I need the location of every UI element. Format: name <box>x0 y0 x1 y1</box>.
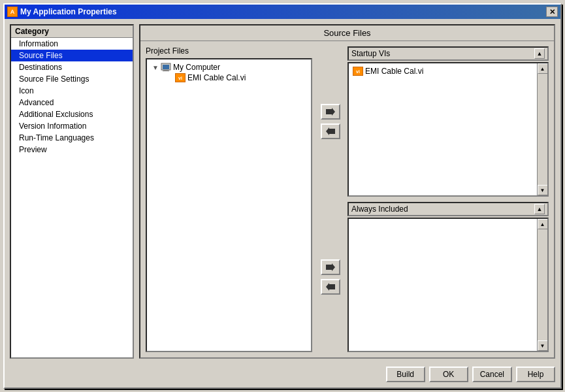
build-button[interactable]: Build <box>386 367 425 382</box>
window-title: My Application Properties <box>20 7 546 16</box>
project-files-section: Project Files ▼ <box>146 46 312 352</box>
move-right-startup-button[interactable] <box>321 104 340 120</box>
spacer <box>317 197 549 202</box>
startup-scroll-down-btn[interactable]: ▼ <box>538 185 548 195</box>
sidebar-item-destinations[interactable]: Destinations <box>11 61 133 73</box>
svg-rect-2 <box>164 70 168 71</box>
computer-icon <box>161 63 171 72</box>
help-button[interactable]: Help <box>516 367 555 382</box>
tree-item-computer[interactable]: ▼ My Computer <box>150 62 308 73</box>
main-content: Category Information Source Files Destin… <box>10 24 555 359</box>
footer: Build OK Cancel Help <box>10 364 555 382</box>
sidebar-item-source-files[interactable]: Source Files <box>11 50 133 61</box>
startup-vi-item[interactable]: vi EMI Cable Cal.vi <box>351 66 534 76</box>
sidebar-item-information[interactable]: Information <box>11 38 133 50</box>
title-bar: A My Application Properties ✕ <box>5 5 560 19</box>
always-included-list[interactable]: ▲ ▼ <box>347 218 549 352</box>
svg-marker-6 <box>326 263 335 271</box>
tree-child: ▶ vi EMI Cable Cal.vi <box>164 73 308 83</box>
window-body: Category Information Source Files Destin… <box>5 19 560 387</box>
sidebar-item-run-time-languages[interactable]: Run-Time Languages <box>11 132 133 144</box>
project-files-label: Project Files <box>146 46 312 56</box>
main-window: A My Application Properties ✕ Category I… <box>3 3 562 389</box>
computer-label: My Computer <box>173 63 220 72</box>
category-panel: Category Information Source Files Destin… <box>10 24 134 359</box>
category-header: Category <box>11 25 133 38</box>
vi-file-icon: vi <box>175 73 186 82</box>
right-panel: Source Files Project Files ▼ <box>139 24 555 359</box>
vi-file-label: EMI Cable Cal.vi <box>187 73 246 82</box>
startup-scrollbar[interactable]: ▲ ▼ <box>537 63 547 195</box>
startup-scroll-up-button[interactable]: ▲ <box>534 48 545 59</box>
always-scroll-up-button[interactable]: ▲ <box>534 204 545 214</box>
app-icon: A <box>7 7 18 17</box>
sidebar-item-advanced[interactable]: Advanced <box>11 97 133 108</box>
always-arrows <box>317 202 344 352</box>
startup-vis-header: Startup VIs ▲ <box>347 46 549 61</box>
top-section-row: Startup VIs ▲ vi EMI Cable Cal.vi <box>317 46 549 197</box>
startup-scroll-up-btn[interactable]: ▲ <box>538 63 548 74</box>
right-panel-header: Source Files <box>140 25 554 41</box>
sidebar-item-icon[interactable]: Icon <box>11 85 133 97</box>
startup-vis-list[interactable]: vi EMI Cable Cal.vi ▲ ▼ <box>347 62 549 197</box>
sidebar-item-additional-exclusions[interactable]: Additional Exclusions <box>11 108 133 120</box>
tree-expand-icon[interactable]: ▼ <box>151 63 160 72</box>
always-included-section: Always Included ▲ ▲ ▼ <box>347 202 549 352</box>
always-included-label: Always Included <box>351 204 534 214</box>
close-button[interactable]: ✕ <box>546 7 558 17</box>
svg-marker-5 <box>326 127 335 135</box>
svg-rect-3 <box>163 71 169 71</box>
move-left-startup-button[interactable] <box>321 123 340 139</box>
right-section: Startup VIs ▲ vi EMI Cable Cal.vi <box>317 46 549 352</box>
always-scroll-down-btn[interactable]: ▼ <box>538 340 548 351</box>
sidebar-item-preview[interactable]: Preview <box>11 144 133 155</box>
always-scroll-up-btn[interactable]: ▲ <box>538 219 548 229</box>
startup-vis-label: Startup VIs <box>351 49 534 58</box>
sidebar-item-source-file-settings[interactable]: Source File Settings <box>11 73 133 85</box>
always-scrollbar[interactable]: ▲ ▼ <box>537 219 547 351</box>
always-included-header: Always Included ▲ <box>347 202 549 216</box>
tree-item-vi[interactable]: ▶ vi EMI Cable Cal.vi <box>164 73 308 83</box>
cancel-button[interactable]: Cancel <box>472 367 512 382</box>
right-panel-body: Project Files ▼ <box>140 41 554 357</box>
svg-marker-4 <box>326 108 335 116</box>
startup-vis-content: vi EMI Cable Cal.vi <box>349 63 537 195</box>
move-right-always-button[interactable] <box>321 259 340 275</box>
always-included-content <box>349 219 537 351</box>
svg-marker-7 <box>326 283 335 291</box>
project-files-tree[interactable]: ▼ My Computer <box>146 58 312 352</box>
startup-arrows <box>317 46 344 197</box>
startup-vi-icon: vi <box>353 67 363 76</box>
startup-vis-section: Startup VIs ▲ vi EMI Cable Cal.vi <box>347 46 549 197</box>
sidebar-item-version-information[interactable]: Version Information <box>11 120 133 132</box>
startup-vi-label: EMI Cable Cal.vi <box>365 67 423 76</box>
ok-button[interactable]: OK <box>429 367 468 382</box>
svg-rect-1 <box>163 65 169 69</box>
move-left-always-button[interactable] <box>321 279 340 295</box>
bottom-section-row: Always Included ▲ ▲ ▼ <box>317 202 549 352</box>
